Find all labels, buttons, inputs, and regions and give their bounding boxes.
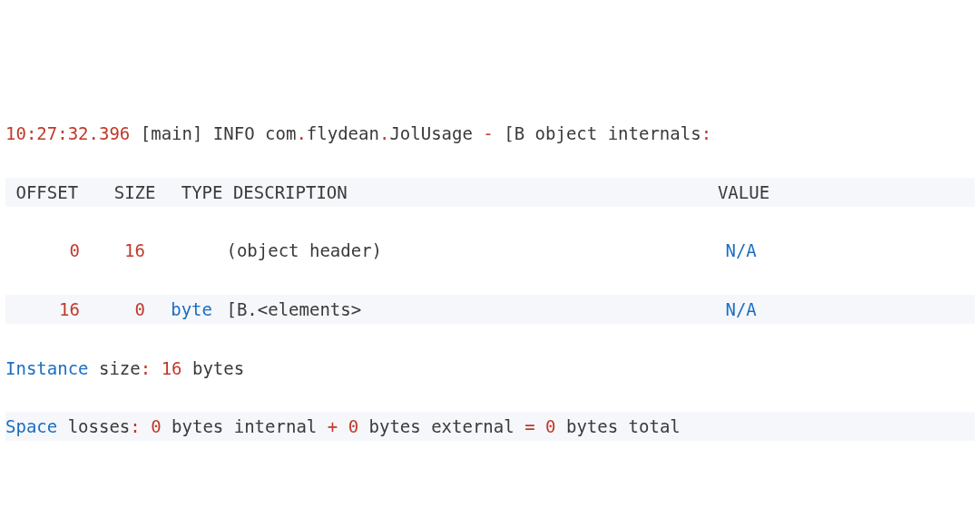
table-row: 160byte [B.<elements>N/A [5,295,975,324]
blank-line [5,471,975,500]
instance-size-line: Instance size: 16 bytes [5,354,975,383]
col-value: VALUE [718,182,769,202]
log-header-line: 10:27:32.396 [main] INFO com.flydean.Jol… [5,119,975,148]
col-size: SIZE [90,178,155,207]
table-header: OFFSETSIZETYPE DESCRIPTIONVALUE [5,178,975,207]
col-offset: OFFSET [15,178,90,207]
thread-name: main [151,123,192,143]
space-losses-line: Space losses: 0 bytes internal + 0 bytes… [5,412,975,441]
col-type: TYPE [155,178,222,207]
timestamp: 10:27:32.396 [5,123,130,143]
log-level: INFO [213,123,255,143]
col-desc: DESCRIPTION [233,178,718,207]
table-row: 016 (object header)N/A [5,236,975,265]
